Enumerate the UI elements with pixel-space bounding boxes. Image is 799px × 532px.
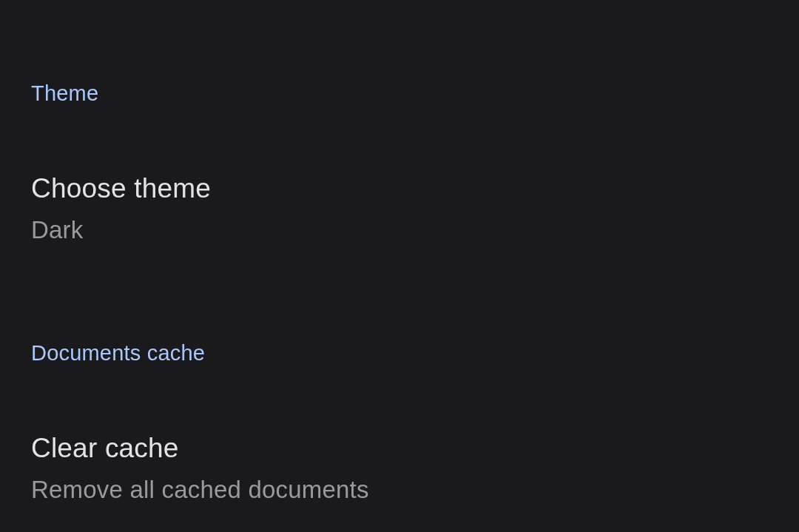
clear-cache-title: Clear cache <box>31 432 768 465</box>
clear-cache-item[interactable]: Clear cache Remove all cached documents <box>0 366 799 505</box>
settings-container: Theme Choose theme Dark Documents cache … <box>0 0 799 505</box>
theme-section-header: Theme <box>0 0 799 106</box>
clear-cache-subtitle: Remove all cached documents <box>31 475 768 505</box>
choose-theme-item[interactable]: Choose theme Dark <box>0 106 799 245</box>
choose-theme-title: Choose theme <box>31 172 768 205</box>
choose-theme-value: Dark <box>31 215 768 245</box>
cache-section-header: Documents cache <box>0 245 799 366</box>
